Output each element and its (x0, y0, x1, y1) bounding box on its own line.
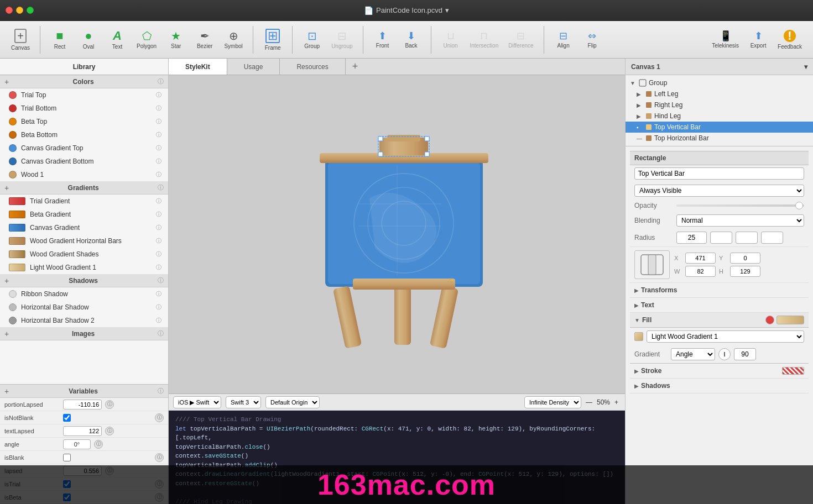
beta-top-info[interactable]: ⓘ (156, 118, 161, 125)
oval-tool[interactable]: ● Oval (75, 28, 102, 52)
fill-gradient-select[interactable]: Light Wood Gradient 1 (647, 330, 804, 343)
difference-tool[interactable]: ⊟ Difference (504, 29, 538, 51)
tab-usage[interactable]: Usage (227, 59, 280, 75)
var-portionlapsed-info[interactable]: ⓘ (105, 400, 114, 409)
star-tool[interactable]: ★ Star (162, 28, 190, 51)
canvas-gradient-info[interactable]: ⓘ (156, 224, 161, 232)
ribbon-shadow-info[interactable]: ⓘ (156, 290, 161, 298)
trial-gradient-info[interactable]: ⓘ (156, 197, 161, 205)
stroke-section[interactable]: ▶ Stroke (630, 364, 809, 379)
ungroup-tool[interactable]: ⊟ Ungroup (327, 28, 357, 51)
intersection-tool[interactable]: ⊓ Intersection (466, 29, 503, 51)
images-add-button[interactable]: + (4, 330, 9, 338)
text-tool[interactable]: A Text (103, 28, 131, 52)
align-tool[interactable]: ⊟ Align (550, 29, 577, 51)
var-isnotblank-info[interactable]: ⓘ (155, 413, 164, 422)
fill-remove-icon[interactable] (765, 316, 774, 324)
tab-resources[interactable]: Resources (280, 59, 345, 75)
horizontal-bar-shadow2-info[interactable]: ⓘ (156, 317, 161, 324)
gradient-type-select[interactable]: Angle Linear Radial (671, 348, 715, 360)
gradient-item-light-wood[interactable]: Light Wood Gradient 1 ⓘ (0, 261, 168, 274)
minimize-button[interactable] (16, 7, 23, 14)
language-select-swift3[interactable]: Swift 3 (226, 396, 261, 408)
polygon-tool[interactable]: ⬠ Polygon (132, 28, 161, 51)
variables-info-button[interactable]: ⓘ (158, 387, 164, 395)
feedback-tool[interactable]: ! Feedback (773, 28, 806, 52)
layer-left-leg[interactable]: ▶ Left Leg (626, 88, 813, 99)
color-item-canvas-gradient-bottom[interactable]: Canvas Gradient Bottom ⓘ (0, 155, 168, 168)
layer-top-vertical-bar[interactable]: ▪ Top Vertical Bar (626, 122, 813, 133)
color-item-beta-bottom[interactable]: Beta Bottom ⓘ (0, 128, 168, 141)
var-isnotblank-checkbox[interactable] (63, 414, 71, 422)
tab-stylekit[interactable]: StyleKit (169, 59, 227, 75)
library-tab[interactable]: Library (0, 59, 168, 75)
layer-right-leg[interactable]: ▶ Right Leg (626, 99, 813, 111)
transforms-section[interactable]: ▶ Transforms (630, 283, 809, 298)
fill-gradient-icon[interactable] (634, 332, 643, 341)
light-wood-info[interactable]: ⓘ (156, 264, 161, 271)
layer-top-horizontal-bar[interactable]: — Top Horizontal Bar (626, 133, 813, 144)
flip-tool[interactable]: ⇔ Flip (579, 29, 606, 51)
color-item-beta-top[interactable]: Beta Top ⓘ (0, 115, 168, 128)
blending-select[interactable]: Normal Multiply Screen (676, 214, 804, 227)
canvas-gradient-top-info[interactable]: ⓘ (156, 144, 161, 152)
gradients-info-button[interactable]: ⓘ (158, 183, 164, 192)
canvas-gradient-bottom-info[interactable]: ⓘ (156, 158, 161, 165)
radius-input-4[interactable] (761, 232, 783, 244)
zoom-plus[interactable]: + (612, 398, 621, 406)
frame-tool[interactable]: ⊞ Frame (259, 27, 286, 53)
zoom-minus[interactable]: — (583, 398, 595, 406)
shadows-add-button[interactable]: + (4, 277, 9, 285)
shadow-item-ribbon[interactable]: Ribbon Shadow ⓘ (0, 287, 168, 301)
text-section[interactable]: ▶ Text (630, 298, 809, 313)
trial-top-info[interactable]: ⓘ (156, 91, 161, 99)
opacity-slider-thumb[interactable] (795, 202, 803, 209)
canvas-tool[interactable]: + Canvas (7, 27, 34, 53)
gradient-item-wood-shades[interactable]: Wood Gradient Shades ⓘ (0, 248, 168, 261)
color-item-wood1[interactable]: Wood 1 ⓘ (0, 168, 168, 181)
var-textlapsed-info[interactable]: ⓘ (105, 427, 114, 435)
gradient-angle-input[interactable] (734, 348, 756, 360)
wood-shades-info[interactable]: ⓘ (156, 250, 161, 258)
visibility-select[interactable]: Always Visible Conditionally Visible Hid… (634, 185, 804, 197)
shadows-info-button[interactable]: ⓘ (158, 276, 164, 285)
color-item-canvas-gradient-top[interactable]: Canvas Gradient Top ⓘ (0, 141, 168, 155)
front-tool[interactable]: ⬆ Front (369, 29, 397, 51)
colors-info-button[interactable]: ⓘ (158, 77, 164, 86)
radius-input-2[interactable] (710, 232, 732, 244)
beta-gradient-info[interactable]: ⓘ (156, 211, 161, 218)
layer-hind-leg[interactable]: ▶ Hind Leg (626, 111, 813, 122)
gradients-add-button[interactable]: + (4, 184, 9, 192)
canvas-area[interactable]: ✍ (169, 75, 625, 393)
shadows-prop-section[interactable]: ▶ Shadows (630, 379, 809, 393)
beta-bottom-info[interactable]: ⓘ (156, 131, 161, 139)
gradient-item-wood-horizontal[interactable]: Wood Gradient Horizontal Bars ⓘ (0, 234, 168, 248)
var-textlapsed-input[interactable] (63, 426, 102, 436)
var-isblank-checkbox[interactable] (63, 454, 71, 461)
radius-input-3[interactable] (736, 232, 758, 244)
shadow-item-horizontal-bar[interactable]: Horizontal Bar Shadow ⓘ (0, 301, 168, 314)
radius-input[interactable] (676, 232, 707, 244)
colors-add-button[interactable]: + (4, 78, 9, 86)
images-info-button[interactable]: ⓘ (158, 329, 164, 338)
density-select[interactable]: Infinite Density (524, 396, 581, 408)
color-item-trial-bottom[interactable]: Trial Bottom ⓘ (0, 102, 168, 115)
title-dropdown-arrow[interactable]: ▾ (445, 6, 449, 14)
tab-add-button[interactable]: + (346, 59, 365, 75)
y-input[interactable] (730, 253, 760, 264)
color-item-trial-top[interactable]: Trial Top ⓘ (0, 88, 168, 102)
h-input[interactable] (730, 266, 760, 277)
group-tool[interactable]: ⊡ Group (298, 28, 326, 51)
language-select-origin[interactable]: Default Origin (265, 396, 320, 408)
opacity-slider[interactable] (676, 204, 804, 207)
panel-dropdown-arrow[interactable]: ▾ (804, 63, 807, 71)
layer-group[interactable]: ▼ Group (626, 77, 813, 88)
gradient-item-canvas[interactable]: Canvas Gradient ⓘ (0, 221, 168, 234)
close-button[interactable] (6, 7, 13, 14)
trial-bottom-info[interactable]: ⓘ (156, 104, 161, 112)
fill-expand-icon[interactable]: ▼ (634, 317, 640, 323)
gradient-item-trial[interactable]: Trial Gradient ⓘ (0, 195, 168, 208)
language-select-ios[interactable]: iOS ▶ Swift (173, 396, 221, 408)
union-tool[interactable]: ⊔ Union (437, 29, 465, 51)
export-tool[interactable]: ⬆ Export (744, 29, 772, 51)
